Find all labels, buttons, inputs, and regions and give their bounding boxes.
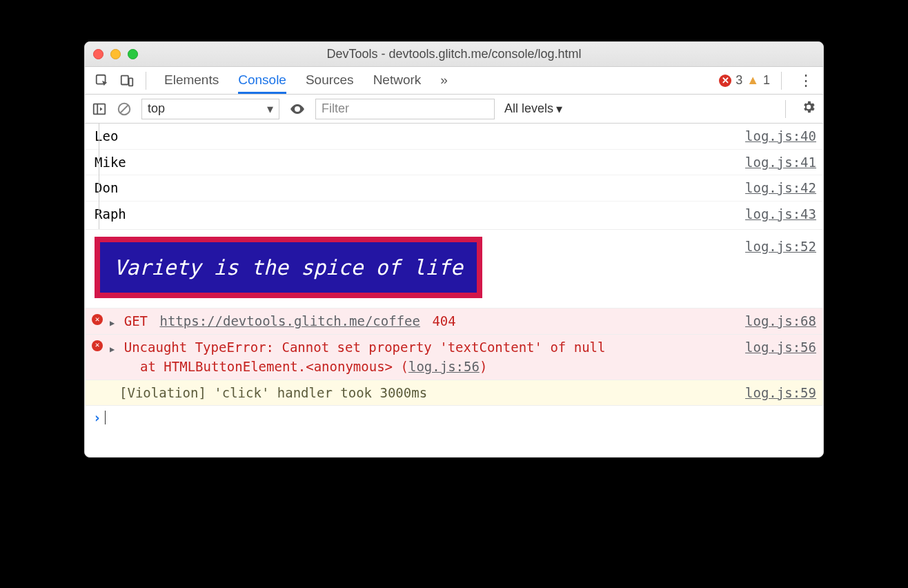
source-link[interactable]: log.js:40: [738, 126, 816, 146]
tree-guide: [99, 124, 99, 229]
svg-rect-1: [121, 75, 128, 84]
log-group: Leo log.js:40 Mike log.js:41 Don log.js:…: [85, 124, 823, 230]
prompt-chevron-icon: ›: [93, 410, 101, 425]
svg-point-7: [296, 108, 299, 110]
issue-counts[interactable]: ✕ 3 ▲ 1: [719, 73, 770, 88]
request-url[interactable]: https://devtools.glitch.me/coffee: [159, 313, 420, 329]
svg-rect-2: [129, 78, 133, 86]
violation-message: [Violation] 'click' handler took 3000ms: [119, 385, 427, 400]
stack-prefix: at HTMLButtonElement.<anonymous> (: [140, 359, 408, 374]
filter-input[interactable]: [315, 99, 495, 119]
console-prompt[interactable]: ›: [85, 406, 823, 429]
warning-count: 1: [763, 73, 770, 88]
expand-icon[interactable]: ▶: [110, 343, 115, 355]
chevron-down-icon: ▾: [267, 101, 273, 117]
console-output: Leo log.js:40 Mike log.js:41 Don log.js:…: [85, 124, 823, 457]
expand-icon[interactable]: ▶: [110, 317, 115, 329]
svg-line-6: [121, 105, 128, 112]
clear-console-icon[interactable]: [117, 101, 132, 117]
more-options-icon[interactable]: ⋮: [798, 72, 813, 90]
error-icon: ✕: [92, 340, 103, 351]
divider: [146, 72, 146, 90]
source-link[interactable]: log.js:42: [738, 178, 816, 198]
settings-icon[interactable]: [801, 99, 816, 118]
source-link[interactable]: log.js:59: [738, 383, 816, 403]
stack-link[interactable]: log.js:56: [408, 359, 480, 374]
log-levels-select[interactable]: All levels ▾: [504, 101, 562, 117]
text-cursor: [105, 411, 106, 424]
divider: [785, 100, 786, 118]
eye-icon[interactable]: [289, 101, 306, 117]
source-link[interactable]: log.js:56: [738, 337, 816, 377]
source-link[interactable]: log.js:41: [738, 153, 816, 173]
source-link[interactable]: log.js:43: [738, 204, 816, 224]
panel-tabs: Elements Console Sources Network »: [164, 67, 448, 94]
tab-overflow[interactable]: »: [440, 67, 448, 94]
console-toolbar: top ▾ All levels ▾: [85, 95, 823, 124]
log-row-styled: Variety is the spice of life log.js:52: [85, 230, 823, 308]
error-icon: ✕: [92, 314, 103, 325]
divider: [781, 72, 782, 90]
stack-suffix: ): [480, 359, 487, 374]
execution-context-select[interactable]: top ▾: [141, 99, 279, 119]
devtools-window: DevTools - devtools.glitch.me/console/lo…: [84, 41, 824, 458]
log-row-error-404: ✕ ▶ GET https://devtools.glitch.me/coffe…: [85, 308, 823, 335]
source-link[interactable]: log.js:68: [738, 311, 816, 331]
svg-rect-3: [94, 104, 106, 114]
tab-network[interactable]: Network: [373, 67, 422, 94]
error-icon: ✕: [719, 75, 731, 87]
levels-label: All levels: [504, 101, 553, 116]
styled-message: Variety is the spice of life: [95, 237, 482, 298]
tab-sources[interactable]: Sources: [306, 67, 354, 94]
tab-elements[interactable]: Elements: [164, 67, 219, 94]
warning-icon: ▲: [747, 73, 759, 88]
context-value: top: [148, 101, 165, 116]
sidebar-toggle-icon[interactable]: [92, 101, 107, 117]
inspect-icon[interactable]: [95, 73, 110, 88]
source-link[interactable]: log.js:52: [738, 237, 816, 298]
error-message: Uncaught TypeError: Cannot set property …: [124, 340, 606, 355]
window-title: DevTools - devtools.glitch.me/console/lo…: [85, 47, 823, 61]
chevron-down-icon: ▾: [556, 101, 562, 117]
log-row-violation: [Violation] 'click' handler took 3000ms …: [85, 380, 823, 406]
devtools-tabstrip: Elements Console Sources Network » ✕ 3 ▲…: [85, 67, 823, 95]
tab-console[interactable]: Console: [238, 67, 286, 94]
device-toolbar-icon[interactable]: [119, 73, 135, 88]
http-method: GET: [124, 313, 148, 329]
titlebar: DevTools - devtools.glitch.me/console/lo…: [85, 42, 823, 67]
error-count: 3: [736, 73, 742, 88]
http-status: 404: [432, 313, 455, 329]
log-row-error-typeerror: ✕ ▶ Uncaught TypeError: Cannot set prope…: [85, 335, 823, 380]
